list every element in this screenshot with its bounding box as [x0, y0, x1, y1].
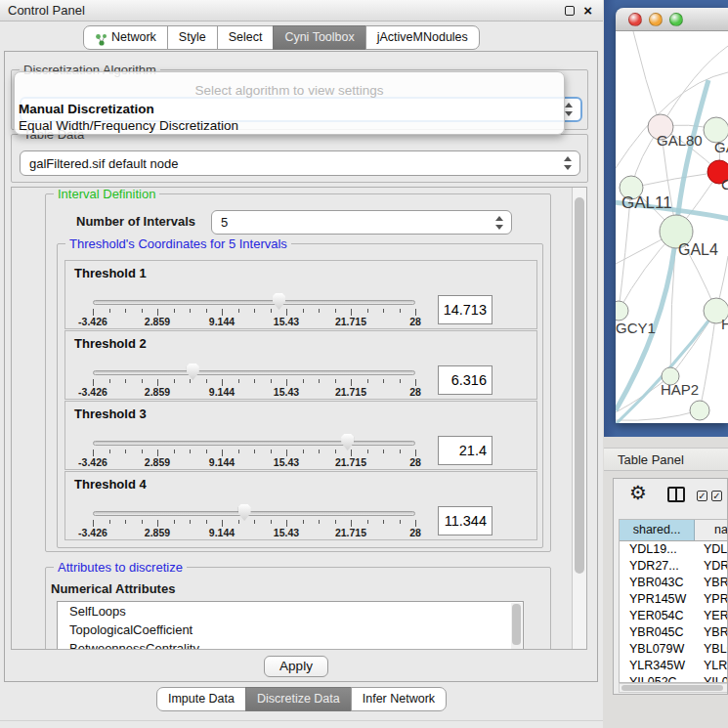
- network-node-label: C: [721, 176, 728, 193]
- threshold-value-field[interactable]: 14.713: [438, 295, 492, 324]
- close-icon[interactable]: ×: [583, 1, 592, 21]
- number-of-intervals-label: Number of Intervals: [76, 214, 195, 229]
- checkbox-icon[interactable]: ✓: [697, 491, 707, 501]
- threshold-1-panel: Threshold 1-3.4262.8599.14415.4321.71528…: [64, 260, 537, 329]
- threshold-value-field[interactable]: 11.344: [438, 506, 492, 535]
- attribute-list-item[interactable]: BetweennessCentrality: [58, 639, 523, 650]
- bottom-tab-infer-network[interactable]: Infer Network: [351, 687, 447, 711]
- spinner-arrows-icon: [564, 156, 572, 170]
- control-panel-title: Control Panel: [8, 0, 85, 21]
- threshold-label: Threshold 3: [74, 407, 147, 421]
- application-window: Control Panel × NetworkStyleSelectCyni T…: [0, 0, 728, 728]
- tab-jactivemnodules[interactable]: jActiveMNodules: [365, 25, 480, 50]
- settings-scrollbar[interactable]: [572, 188, 586, 649]
- slider-track[interactable]: [93, 511, 415, 516]
- bottom-tab-discretize-data[interactable]: Discretize Data: [245, 687, 352, 711]
- settings-scrollbar-thumb[interactable]: [575, 197, 584, 574]
- network-graph: GAL80GACGAL11GAL4GCY1HHAP2: [616, 31, 728, 423]
- network-node-label: GAL80: [657, 132, 703, 149]
- apply-button[interactable]: Apply: [264, 656, 328, 677]
- table-rows: YDL19...YDL1YDR27...YDR2YBR043CYBR0YPR14…: [620, 541, 728, 683]
- slider-track[interactable]: [93, 370, 415, 375]
- number-of-intervals-combobox[interactable]: 5: [211, 210, 512, 235]
- tab-select[interactable]: Select: [217, 25, 275, 50]
- checkbox-icon[interactable]: ✓: [711, 491, 722, 501]
- tab-cyni-toolbox[interactable]: Cyni Toolbox: [273, 25, 365, 50]
- minimize-light[interactable]: [649, 13, 663, 26]
- close-light[interactable]: [628, 13, 642, 26]
- table-row[interactable]: YDL19...YDL1: [620, 541, 728, 558]
- table-row[interactable]: YBR043CYBR0: [620, 575, 728, 591]
- slider-handle[interactable]: [273, 293, 285, 310]
- threshold-2-panel: Threshold 2-3.4262.8599.14415.4321.71528…: [64, 330, 537, 400]
- threshold-label: Threshold 2: [74, 336, 147, 351]
- attributes-list-scrollbar[interactable]: [511, 603, 522, 650]
- network-node-label: H: [721, 316, 728, 332]
- network-node-gcy1[interactable]: [616, 301, 628, 321]
- table-row[interactable]: YBR045CYBR0: [620, 624, 728, 641]
- table-hscrollbar[interactable]: [619, 683, 728, 693]
- table-row[interactable]: YLR345WYLR3: [620, 658, 728, 674]
- bottom-divider: [0, 720, 603, 721]
- numerical-attributes-label: Numerical Attributes: [51, 581, 175, 596]
- slider-tick-labels: -3.4262.8599.14415.4321.71528: [93, 456, 415, 469]
- number-of-intervals-value: 5: [221, 211, 228, 235]
- slider-handle[interactable]: [187, 364, 199, 380]
- table-panel-titlebar: Table Panel: [604, 448, 728, 471]
- algorithm-option-manual[interactable]: Manual Discretization: [18, 101, 561, 117]
- settings-scrollpane: Interval Definition Number of Intervals …: [11, 187, 587, 650]
- network-node-label: GAL4: [678, 241, 718, 258]
- table-row[interactable]: YDR27...YDR2: [620, 558, 728, 575]
- threshold-4-panel: Threshold 4-3.4262.8599.14415.4321.71528…: [64, 471, 537, 540]
- network-edge: [700, 311, 716, 410]
- table-panel: ⚙ ✓ ✓ shared... na YDL19...YDL1YDR27...Y…: [613, 478, 728, 695]
- attribute-list-item[interactable]: TopologicalCoefficient: [58, 621, 523, 639]
- slider-handle[interactable]: [341, 434, 354, 450]
- slider-tick-labels: -3.4262.8599.14415.4321.71528: [93, 527, 415, 539]
- table-panel-title: Table Panel: [618, 449, 684, 471]
- network-window-titlebar: [616, 8, 728, 31]
- network-node-label: GCY1: [616, 320, 656, 336]
- attributes-group-title: Attributes to discretize: [54, 560, 187, 575]
- threshold-value-field[interactable]: 21.4: [438, 436, 492, 465]
- threshold-label: Threshold 4: [74, 477, 147, 492]
- bottom-tab-impute-data[interactable]: Impute Data: [156, 687, 246, 711]
- algorithm-option-equal-width[interactable]: Equal Width/Frequency Discretization: [18, 117, 561, 134]
- column-header-name[interactable]: na: [695, 520, 728, 540]
- network-icon: [95, 31, 107, 44]
- tab-network[interactable]: Network: [83, 25, 168, 50]
- slider-handle[interactable]: [238, 504, 251, 521]
- network-node-label: HAP2: [661, 381, 699, 398]
- slider-track[interactable]: [93, 441, 415, 446]
- slider-tick-labels: -3.4262.8599.14415.4321.71528: [93, 386, 415, 399]
- attribute-list-item[interactable]: SelfLoops: [58, 602, 523, 621]
- zoom-light[interactable]: [669, 13, 683, 26]
- spinner-arrows-icon: [565, 103, 573, 116]
- network-edge: [661, 46, 728, 127]
- algorithm-dropdown-popup: Select algorithm to view settings Manual…: [14, 71, 565, 135]
- tab-style[interactable]: Style: [167, 25, 218, 50]
- table-data-value: galFiltered.sif default node: [29, 151, 178, 176]
- float-icon[interactable]: [565, 6, 575, 16]
- control-panel-titlebar: Control Panel ×: [0, 0, 603, 21]
- threshold-value-field[interactable]: 6.316: [438, 365, 492, 395]
- node-table[interactable]: shared... na YDL19...YDL1YDR27...YDR2YBR…: [619, 519, 728, 683]
- slider-track[interactable]: [93, 300, 415, 305]
- table-header-row: shared... na: [620, 520, 728, 541]
- network-canvas[interactable]: GAL80GACGAL11GAL4GCY1HHAP2: [616, 31, 728, 423]
- column-header-shared[interactable]: shared...: [620, 520, 695, 540]
- numerical-attributes-list[interactable]: SelfLoopsTopologicalCoefficientBetweenne…: [57, 601, 524, 650]
- split-columns-icon[interactable]: [667, 487, 685, 502]
- table-data-group: Table Data galFiltered.sif default node: [11, 134, 588, 183]
- gear-icon[interactable]: ⚙: [629, 481, 647, 504]
- thresholds-group-title: Threshold's Coordinates for 5 Intervals: [65, 236, 291, 251]
- table-data-combobox[interactable]: galFiltered.sif default node: [20, 150, 580, 176]
- interval-definition-group: Interval Definition Number of Intervals …: [45, 193, 551, 552]
- table-row[interactable]: YER054CYER0: [620, 608, 728, 624]
- network-edge: [631, 172, 719, 188]
- table-row[interactable]: YPR145WYPR1: [620, 591, 728, 608]
- table-row[interactable]: YBL079WYBL0: [620, 641, 728, 658]
- slider-tick-labels: -3.4262.8599.14415.4321.71528: [93, 316, 415, 328]
- network-node[interactable]: [690, 401, 709, 420]
- table-row[interactable]: YIL052CYIL0: [620, 674, 728, 683]
